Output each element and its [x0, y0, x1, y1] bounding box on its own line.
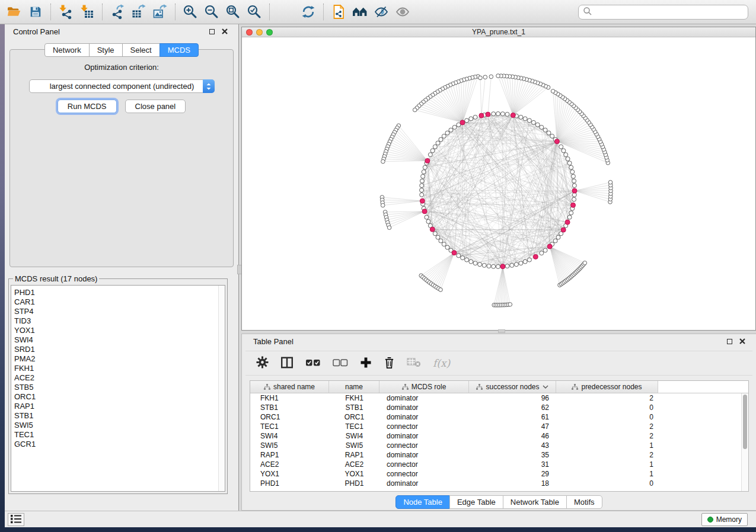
table-cell[interactable]: 43 — [469, 441, 556, 450]
mcds-result-item[interactable]: STB5 — [14, 383, 225, 392]
table-cell[interactable]: 1 — [556, 441, 658, 450]
table-cell[interactable]: YOX1 — [329, 469, 379, 479]
table-cell[interactable]: SWI4 — [329, 431, 379, 441]
mcds-result-item[interactable]: YOX1 — [14, 326, 225, 335]
table-cell[interactable]: connector — [379, 422, 469, 431]
table-cell[interactable]: connector — [379, 441, 469, 450]
apply-layout-button[interactable] — [298, 2, 319, 22]
select-all-button[interactable] — [305, 354, 321, 372]
deselect-all-button[interactable] — [333, 354, 348, 372]
task-history-button[interactable] — [8, 513, 24, 526]
table-cell[interactable]: 61 — [469, 412, 556, 422]
export-network-button[interactable] — [107, 2, 128, 22]
table-cell[interactable]: dominator — [379, 450, 469, 460]
table-cell[interactable]: 1 — [556, 469, 658, 479]
function-builder-button[interactable]: f(x) — [433, 354, 450, 372]
mcds-result-item[interactable]: TID3 — [14, 316, 225, 326]
table-cell[interactable]: dominator — [379, 403, 469, 412]
table-cell[interactable]: SWI5 — [329, 441, 379, 450]
table-cell[interactable]: 2 — [556, 431, 658, 441]
table-cell[interactable]: 31 — [469, 460, 556, 469]
column-header-predecessor-nodes[interactable]: predecessor nodes — [556, 381, 658, 393]
table-cell[interactable]: YOX1 — [250, 469, 329, 479]
table-cell[interactable]: FKH1 — [329, 393, 379, 403]
export-table-button[interactable] — [128, 2, 149, 22]
table-cell[interactable]: ACE2 — [250, 460, 329, 469]
table-settings-button[interactable] — [256, 354, 269, 372]
mcds-result-item[interactable]: SRD1 — [14, 345, 225, 354]
hide-selected-button[interactable] — [371, 2, 392, 22]
table-cell[interactable]: RAP1 — [329, 450, 379, 460]
mcds-result-item[interactable]: SWI4 — [14, 335, 225, 345]
memory-button[interactable]: Memory — [701, 513, 748, 526]
tab-style[interactable]: Style — [89, 43, 123, 57]
tab-node-table[interactable]: Node Table — [395, 495, 450, 509]
table-cell[interactable]: ORC1 — [250, 412, 329, 422]
table-cell[interactable]: dominator — [379, 479, 469, 488]
zoom-selected-button[interactable] — [244, 2, 265, 22]
add-column-button[interactable] — [360, 354, 372, 372]
table-cell[interactable]: 18 — [469, 479, 556, 488]
table-scrollbar[interactable] — [741, 393, 748, 491]
table-cell[interactable]: STB1 — [329, 403, 379, 412]
criterion-dropdown[interactable]: largest connected component (undirected) — [29, 79, 215, 93]
table-cell[interactable]: 0 — [556, 412, 658, 422]
column-header-name[interactable]: name — [329, 381, 379, 393]
mcds-result-item[interactable]: ACE2 — [14, 373, 225, 383]
table-row[interactable]: STB1STB1dominator620 — [250, 403, 748, 412]
open-file-button[interactable] — [4, 2, 25, 22]
network-canvas[interactable] — [242, 37, 755, 330]
table-cell[interactable]: 96 — [469, 393, 556, 403]
table-cell[interactable]: 2 — [556, 422, 658, 431]
scrollbar-thumb[interactable] — [743, 395, 747, 449]
tab-motifs[interactable]: Motifs — [566, 495, 602, 509]
column-header-successor-nodes[interactable]: successor nodes — [469, 381, 556, 393]
table-cell[interactable]: TEC1 — [250, 422, 329, 431]
table-cell[interactable]: 0 — [556, 403, 658, 412]
table-cell[interactable]: 29 — [469, 469, 556, 479]
mcds-result-item[interactable]: CAR1 — [14, 297, 225, 307]
mcds-result-item[interactable]: PMA2 — [14, 354, 225, 364]
mcds-list-scrollbar[interactable] — [218, 286, 225, 491]
table-row[interactable]: TEC1TEC1connector472 — [250, 422, 748, 431]
table-cell[interactable]: FKH1 — [250, 393, 329, 403]
table-cell[interactable]: 1 — [556, 460, 658, 469]
column-header-mcds-role[interactable]: MCDS role — [379, 381, 469, 393]
table-cell[interactable]: 35 — [469, 450, 556, 460]
tab-edge-table[interactable]: Edge Table — [449, 495, 503, 509]
zoom-fit-button[interactable] — [222, 2, 244, 22]
close-table-panel-button[interactable] — [737, 336, 748, 347]
mcds-result-item[interactable]: RAP1 — [14, 402, 225, 411]
table-cell[interactable]: 0 — [556, 479, 658, 488]
mcds-result-item[interactable]: ORC1 — [14, 392, 225, 402]
table-cell[interactable]: STB1 — [250, 403, 329, 412]
tab-select[interactable]: Select — [122, 43, 160, 57]
table-cell[interactable]: dominator — [379, 393, 469, 403]
search-box[interactable] — [578, 5, 748, 20]
delete-column-button[interactable] — [384, 354, 395, 372]
show-all-button[interactable] — [392, 2, 413, 22]
table-cell[interactable]: ACE2 — [329, 460, 379, 469]
tab-network[interactable]: Network — [44, 43, 90, 57]
mcds-result-item[interactable]: SWI5 — [14, 421, 225, 430]
search-input[interactable] — [592, 7, 748, 18]
run-mcds-button[interactable]: Run MCDS — [58, 100, 117, 113]
tab-mcds[interactable]: MCDS — [160, 43, 199, 57]
mcds-result-item[interactable]: STB1 — [14, 411, 225, 421]
table-cell[interactable]: SWI4 — [250, 431, 329, 441]
table-row[interactable]: PHD1PHD1dominator180 — [250, 479, 748, 488]
horizontal-splitter-handle[interactable] — [498, 329, 505, 333]
table-cell[interactable]: 47 — [469, 422, 556, 431]
show-columns-button[interactable] — [280, 354, 294, 372]
table-cell[interactable]: connector — [379, 469, 469, 479]
first-neighbors-button[interactable] — [349, 2, 371, 22]
clear-table-button[interactable] — [407, 354, 421, 372]
table-row[interactable]: SWI4SWI4dominator462 — [250, 431, 748, 441]
mcds-result-item[interactable]: TEC1 — [14, 430, 225, 440]
table-cell[interactable]: dominator — [379, 412, 469, 422]
zoom-in-button[interactable] — [180, 2, 201, 22]
table-cell[interactable]: TEC1 — [329, 422, 379, 431]
save-session-button[interactable] — [25, 2, 46, 22]
table-cell[interactable]: RAP1 — [250, 450, 329, 460]
close-panel-button-mcds[interactable]: Close panel — [125, 100, 186, 113]
